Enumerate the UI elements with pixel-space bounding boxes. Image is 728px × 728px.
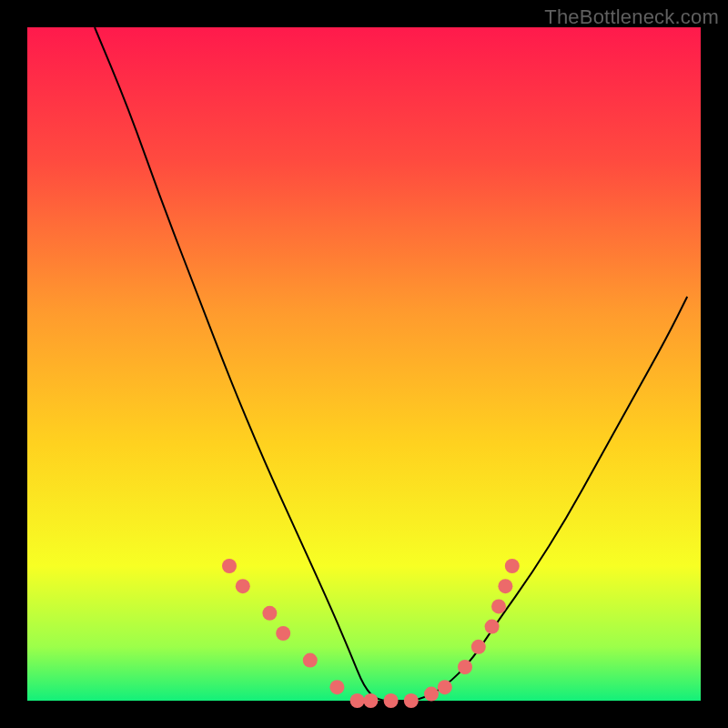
marker-dot (363, 693, 378, 708)
marker-dot (262, 606, 277, 621)
marker-dot (236, 579, 250, 593)
watermark-text: TheBottleneck.com (544, 5, 719, 29)
marker-dot (303, 653, 318, 668)
marker-dot (498, 579, 512, 593)
bottleneck-chart (0, 0, 728, 728)
marker-dot (471, 640, 486, 654)
plot-area (27, 27, 701, 701)
marker-dot (485, 620, 500, 634)
marker-dot (329, 680, 344, 694)
marker-dot (404, 693, 419, 708)
marker-dot (276, 626, 290, 641)
marker-dot (438, 680, 452, 694)
marker-dot (491, 599, 506, 613)
marker-dot (384, 693, 399, 708)
marker-dot (505, 559, 520, 573)
marker-dot (458, 660, 472, 674)
marker-dot (424, 687, 439, 702)
chart-container: TheBottleneck.com (0, 0, 728, 728)
marker-dot (350, 693, 365, 708)
marker-dot (222, 559, 237, 573)
